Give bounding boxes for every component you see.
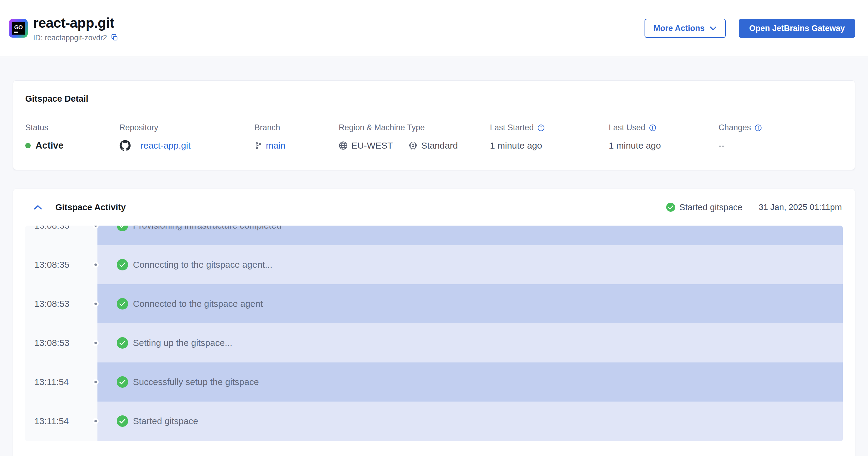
activity-log-row: 13:08:53 Connected to the gitspace agent bbox=[25, 284, 843, 323]
timeline-dot-icon bbox=[93, 418, 99, 424]
log-message: Connected to the gitspace agent bbox=[133, 299, 263, 309]
timeline-dot-icon bbox=[93, 340, 99, 346]
activity-status: Started gitspace 31 Jan, 2025 01:11pm bbox=[666, 203, 842, 212]
detail-card-title: Gitspace Detail bbox=[25, 94, 843, 104]
timeline-dot-icon bbox=[93, 379, 99, 385]
activity-date: 31 Jan, 2025 01:11pm bbox=[758, 203, 842, 212]
gitspace-activity-card: Gitspace Activity Started gitspace 31 Ja… bbox=[13, 189, 855, 456]
chevron-up-icon bbox=[33, 205, 42, 210]
last-used-value: 1 minute ago bbox=[609, 139, 718, 152]
log-timestamp: 13:08:35 bbox=[25, 225, 97, 245]
copy-icon[interactable] bbox=[111, 34, 119, 41]
info-icon[interactable] bbox=[754, 124, 762, 131]
globe-icon bbox=[339, 141, 348, 150]
info-icon[interactable] bbox=[537, 124, 545, 131]
activity-log-row: 13:11:54 Successfully setup the gitspace bbox=[25, 362, 843, 401]
status-value: Active bbox=[35, 140, 63, 151]
activity-log-row: 13:11:54 Started gitspace bbox=[25, 401, 843, 440]
activity-title: Gitspace Activity bbox=[55, 203, 126, 212]
field-branch: Branch main bbox=[254, 123, 339, 152]
header-title-group: GO react-app.git ID: reactappgit-zovdr2 bbox=[9, 15, 119, 42]
chevron-down-icon bbox=[710, 26, 717, 31]
info-icon[interactable] bbox=[649, 124, 656, 131]
check-circle-icon bbox=[117, 259, 128, 270]
activity-status-text: Started gitspace bbox=[679, 203, 743, 212]
more-actions-button[interactable]: More Actions bbox=[645, 19, 726, 38]
gitspace-detail-card: Gitspace Detail Status Active Repository bbox=[13, 80, 855, 170]
log-message: Successfully setup the gitspace bbox=[133, 377, 259, 387]
check-circle-icon bbox=[117, 298, 128, 309]
goland-ide-icon: GO bbox=[9, 19, 28, 38]
git-branch-icon bbox=[254, 142, 262, 150]
log-message: Provisioning infrastructure completed bbox=[133, 225, 281, 231]
log-timestamp: 13:08:53 bbox=[25, 323, 97, 362]
log-message: Connecting to the gitspace agent... bbox=[133, 260, 273, 270]
page-title: react-app.git bbox=[33, 15, 119, 31]
active-status-dot bbox=[25, 143, 31, 148]
field-last-started: Last Started 1 minute ago bbox=[490, 123, 609, 152]
repository-link[interactable]: react-app.git bbox=[141, 141, 191, 151]
changes-value: -- bbox=[718, 139, 762, 152]
log-timestamp: 13:08:35 bbox=[25, 245, 97, 284]
gitspace-id: ID: reactappgit-zovdr2 bbox=[33, 33, 107, 42]
field-status: Status Active bbox=[25, 123, 119, 152]
check-circle-icon bbox=[117, 225, 128, 231]
github-icon bbox=[119, 140, 131, 151]
last-started-value: 1 minute ago bbox=[490, 139, 609, 152]
check-circle-icon bbox=[666, 203, 675, 212]
timeline-dot-icon bbox=[93, 301, 99, 307]
check-circle-icon bbox=[117, 337, 128, 348]
check-circle-icon bbox=[117, 376, 128, 388]
log-message: Started gitspace bbox=[133, 416, 198, 426]
cpu-chip-icon bbox=[408, 141, 417, 150]
field-region-machine: Region & Machine Type EU-WE bbox=[339, 123, 490, 152]
log-timestamp: 13:11:54 bbox=[25, 362, 97, 401]
main-content: Gitspace Detail Status Active Repository bbox=[0, 57, 868, 456]
branch-link[interactable]: main bbox=[266, 141, 285, 151]
log-message: Setting up the gitspace... bbox=[133, 338, 232, 348]
log-timestamp: 13:11:54 bbox=[25, 401, 97, 440]
region-value: EU-WEST bbox=[351, 141, 393, 151]
collapse-activity-button[interactable] bbox=[33, 205, 42, 210]
activity-log-row: 13:08:53 Setting up the gitspace... bbox=[25, 323, 843, 362]
machine-type-value: Standard bbox=[421, 141, 458, 151]
page-header: GO react-app.git ID: reactappgit-zovdr2 … bbox=[0, 0, 868, 57]
log-timestamp: 13:08:53 bbox=[25, 284, 97, 323]
field-changes: Changes -- bbox=[718, 123, 762, 152]
check-circle-icon bbox=[117, 416, 128, 427]
field-repository: Repository react-app.git bbox=[119, 123, 254, 152]
field-last-used: Last Used 1 minute ago bbox=[609, 123, 718, 152]
timeline-dot-icon bbox=[93, 262, 99, 268]
activity-log[interactable]: 13:08:35 Provisioning infrastructure com… bbox=[25, 225, 843, 442]
activity-log-row: 13:08:35 Provisioning infrastructure com… bbox=[25, 225, 843, 245]
activity-log-row: 13:08:35 Connecting to the gitspace agen… bbox=[25, 245, 843, 284]
open-jetbrains-gateway-button[interactable]: Open JetBrains Gateway bbox=[739, 19, 855, 38]
